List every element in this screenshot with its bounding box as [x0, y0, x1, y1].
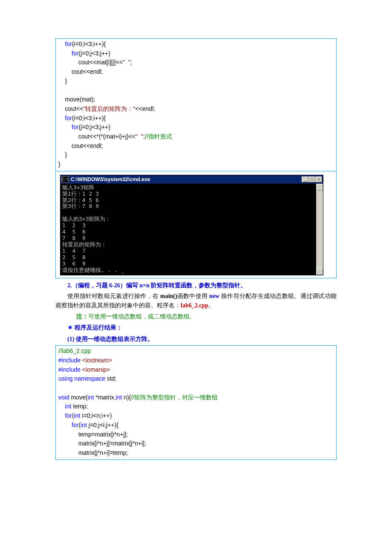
note-label: 注：	[76, 313, 88, 320]
code-text: temp=matrix[i*n+j];	[58, 431, 128, 438]
close-button[interactable]: ×	[315, 176, 322, 182]
code-text: cout<<endl;	[58, 68, 103, 75]
console-text: 输入3×3矩阵 第1行：1 2 3 第2行：4 5 6 第3行：7 8 9 输入…	[62, 184, 124, 273]
sub-heading-text: (1) 使用一维动态数组表示方阵。	[67, 336, 153, 342]
code-text: ;	[130, 59, 132, 66]
exercise-heading: 2.（编程，习题 6-26）编写 n×n 阶矩阵转置函数，参数为整型指针。	[55, 281, 337, 290]
keyword: for	[58, 115, 72, 121]
keyword: int	[58, 403, 71, 410]
code-text: (i=0;i<3;i++){	[72, 115, 106, 121]
keyword: int	[116, 394, 122, 401]
code-text: *matrix,	[94, 394, 115, 401]
code-text: move(mat);	[58, 96, 95, 103]
comment: //指针形式	[145, 133, 172, 140]
code-text: }	[58, 151, 67, 158]
code-text: cout<<endl;	[58, 142, 103, 149]
exercise-paragraph: 使用指针对数组元素进行操作，在 main()函数中使用 new 操作符分配存生成…	[55, 292, 337, 310]
code-text: cout<<	[58, 105, 83, 112]
keyword: for	[58, 422, 78, 428]
keyword: for	[58, 50, 78, 57]
note-line: 注：可使用一维动态数组，或二维动态数组。	[55, 312, 337, 321]
note-text: 可使用一维动态数组，或二维动态数组。	[88, 313, 196, 320]
code-box-1: for(i=0;i<3;i++){ for(j=0;j<3;j++) cout<…	[55, 38, 337, 278]
code-text: }	[58, 161, 61, 168]
scroll-down-icon[interactable]: ▼	[316, 268, 323, 275]
sub-heading: (1) 使用一维动态数组表示方阵。	[55, 335, 337, 344]
result-heading-text: 程序及运行结果：	[73, 324, 122, 331]
bold-text: new	[209, 293, 221, 299]
code-text: j=0;j<i;j++){	[87, 422, 118, 428]
code-text: (j=0;j<3;j++)	[78, 50, 110, 57]
comment: //lab6_2.cpp	[58, 347, 91, 354]
code-block-2: //lab6_2.cpp #include <iostream> #includ…	[56, 346, 336, 459]
preproc: #include	[58, 366, 81, 373]
code-block-1: for(i=0;i<3;i++){ for(j=0;j<3;j++) cout<…	[56, 39, 336, 171]
code-text: (i=0;i<3;i++){	[72, 40, 106, 47]
minimize-button[interactable]: _	[302, 176, 308, 182]
keyword: for	[58, 124, 78, 130]
star-icon: ★	[67, 324, 73, 331]
code-text: std;	[105, 375, 116, 382]
cmd-icon: C:\	[61, 176, 69, 183]
keyword: int	[81, 422, 87, 428]
code-text: (j=0;j<3;j++)	[78, 124, 110, 130]
console-screenshot-area: C:\ C:\WINDOWS\system32\cmd.exe _ □ × 输入…	[56, 171, 336, 278]
comment: //矩阵为整型指针，对应一维数组	[131, 394, 218, 401]
scroll-up-icon[interactable]: ▲	[316, 184, 323, 191]
string-literal: "转置后的矩阵为："	[83, 105, 135, 112]
code-text: move(	[69, 394, 88, 401]
code-text: n){	[122, 394, 131, 401]
text: 使用指针对数组元素进行操作，在	[67, 293, 160, 299]
keyword: void	[58, 394, 69, 401]
code-text: temp;	[71, 403, 88, 410]
string-literal: " "	[123, 59, 130, 66]
results-heading: ★ 程序及运行结果：	[55, 323, 337, 332]
keyword: for	[58, 40, 72, 47]
exercise-title: 2.（编程，习题 6-26）编写 n×n 阶矩阵转置函数，参数为整型指针。	[67, 282, 246, 289]
scrollbar[interactable]: ▲▼	[316, 184, 323, 275]
console-output: 输入3×3矩阵 第1行：1 2 3 第2行：4 5 6 第3行：7 8 9 输入…	[61, 184, 323, 275]
window-buttons: _ □ ×	[302, 176, 323, 182]
code-box-2: //lab6_2.cpp #include <iostream> #includ…	[55, 345, 337, 460]
code-text: i=0;i<n;i++)	[80, 412, 112, 419]
code-text: cout<<*(*(mat+i)+j)<<	[58, 133, 135, 140]
page-content: for(i=0;i<3;i++){ for(j=0;j<3;j++) cout<…	[0, 0, 392, 555]
code-text: <<endl;	[135, 105, 155, 112]
window-title: C:\WINDOWS\system32\cmd.exe	[71, 175, 302, 184]
maximize-button[interactable]: □	[308, 176, 315, 182]
include-path: <iostream>	[81, 357, 112, 364]
keyword: int	[87, 394, 94, 401]
code-text: cout<<mat[i][j]<<	[58, 59, 123, 66]
code-text: matrix[j*n+i]=temp;	[58, 449, 128, 456]
string-literal: " "	[135, 133, 143, 140]
text: 。	[208, 302, 214, 309]
include-path: <iomanip>	[81, 366, 110, 373]
keyword: for	[58, 412, 72, 419]
filename: lab6_2.cpp	[181, 302, 208, 309]
text: 函数中使用	[177, 293, 209, 299]
cmd-window: C:\ C:\WINDOWS\system32\cmd.exe _ □ × 输入…	[60, 175, 323, 275]
titlebar: C:\ C:\WINDOWS\system32\cmd.exe _ □ ×	[61, 175, 323, 184]
keyword: using namespace	[58, 375, 105, 382]
bold-text: main()	[160, 293, 177, 299]
code-text: matrix[i*n+j]=matrix[j*n+i];	[58, 440, 146, 447]
preproc: #include	[58, 357, 81, 364]
keyword: int	[74, 412, 81, 419]
code-text: }	[58, 78, 67, 84]
